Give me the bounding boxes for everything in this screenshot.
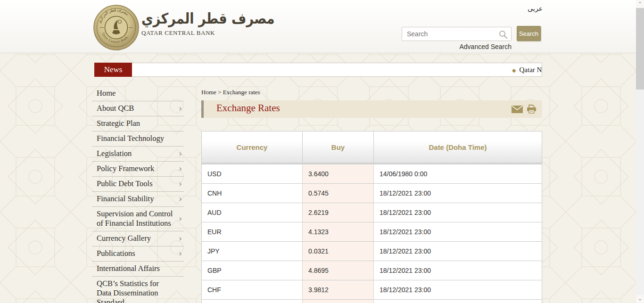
sidebar-item-label: International Affairs xyxy=(97,264,160,273)
breadcrumb: Home > Exchange rates xyxy=(201,89,260,96)
table-row-gbp: GBP4.869518/12/2021 23:00 xyxy=(202,261,542,280)
chevron-right-icon: › xyxy=(179,234,182,243)
sidebar-item-international-affairs[interactable]: International Affairs xyxy=(92,262,184,277)
print-icon[interactable] xyxy=(527,105,537,114)
cell-date: 18/12/2021 23:00 xyxy=(373,280,542,299)
sidebar-item-public-debt-tools[interactable]: Public Debt Tools› xyxy=(92,177,184,192)
chevron-right-icon: › xyxy=(179,194,182,204)
sidebar-item-financial-technology[interactable]: Financial Technology xyxy=(92,131,184,147)
sidebar-item-strategic-plan[interactable]: Strategic Plan xyxy=(92,116,184,131)
sidebar-item-publications[interactable]: Publications› xyxy=(92,246,184,262)
column-header-currency: Currency xyxy=(202,131,302,163)
qcb-logo[interactable]: مصرف قطر المركزي Qatar Central Bank مصرف… xyxy=(93,4,206,52)
table-body: USD3.640014/06/1980 0:00CNH0.574518/12/2… xyxy=(202,164,542,303)
chevron-right-icon: › xyxy=(179,104,182,113)
sidebar-item-legislation[interactable]: Legislation› xyxy=(92,147,184,162)
diamond-bullet-icon: ◆ xyxy=(512,67,516,73)
table-row-usd: USD3.640014/06/1980 0:00 xyxy=(202,164,542,184)
sidebar-item-label: Financial Stability xyxy=(97,194,154,203)
sidebar-item-label: Home xyxy=(97,89,116,98)
breadcrumb-home-link[interactable]: Home xyxy=(201,89,216,96)
cell-date: 18/12/2021 23:00 xyxy=(373,261,542,280)
column-header-date: Date (Doha Time) xyxy=(373,131,542,163)
logo-bank-name: QATAR CENTRAL BANK xyxy=(141,29,207,37)
browser-viewport: ⌃ ⌄ xyxy=(0,0,644,303)
logo-wordmark: مصرف قطر المركزي QATAR CENTRAL BANK xyxy=(141,11,207,37)
page-title: Exchange Rates xyxy=(216,102,280,114)
cell-partial xyxy=(202,300,302,303)
scrollbar-down-arrow-icon[interactable]: ⌄ xyxy=(636,295,644,303)
table-row-eur: EUR4.132318/12/2021 23:00 xyxy=(202,222,542,242)
cell-currency: EUR xyxy=(202,222,302,241)
sidebar-item-label: Public Debt Tools xyxy=(97,179,153,188)
sidebar-item-about-qcb[interactable]: About QCB› xyxy=(92,101,184,116)
sidebar-item-label: Strategic Plan xyxy=(97,119,140,128)
chevron-right-icon: › xyxy=(179,249,182,258)
cell-buy: 3.9812 xyxy=(302,280,373,299)
cell-buy: 4.1323 xyxy=(302,222,373,241)
exchange-rates-table: Currency Buy Date (Doha Time) USD3.64001… xyxy=(201,131,542,303)
advanced-search-link[interactable]: Advanced Search xyxy=(459,43,512,50)
chevron-right-icon: › xyxy=(179,179,182,188)
sidebar-item-qcb-s-statistics-for-data-dissemination-standard[interactable]: QCB’s Statistics for Data Dissemination … xyxy=(92,277,184,303)
breadcrumb-separator: > xyxy=(216,89,223,96)
sidebar-item-label: About QCB xyxy=(97,104,134,113)
column-header-buy: Buy xyxy=(302,131,373,163)
email-icon[interactable] xyxy=(512,106,523,113)
cell-buy: 3.6400 xyxy=(302,164,373,183)
cell-currency: GBP xyxy=(202,261,302,280)
scrollbar-thumb[interactable] xyxy=(636,8,644,90)
sidebar-item-label: Financial Technology xyxy=(97,134,164,143)
table-row-chf: CHF3.981218/12/2021 23:00 xyxy=(202,280,542,300)
sidebar-item-currency-gallery[interactable]: Currency Gallery› xyxy=(92,231,184,246)
site-header: مصرف قطر المركزي Qatar Central Bank مصرف… xyxy=(0,0,636,53)
sidebar-item-label: Currency Gallery xyxy=(97,234,151,243)
cell-currency: CHF xyxy=(202,280,302,299)
chevron-right-icon: › xyxy=(179,214,182,223)
qcb-coin-seal-icon: مصرف قطر المركزي Qatar Central Bank xyxy=(93,5,139,50)
cell-buy: 4.8695 xyxy=(302,261,373,280)
search-input[interactable] xyxy=(402,27,512,41)
sidebar-item-financial-stability[interactable]: Financial Stability› xyxy=(92,192,184,207)
news-ticker-item[interactable]: ◆Qatar N xyxy=(512,63,542,76)
cell-currency: USD xyxy=(202,164,302,183)
news-ticker-text: Qatar N xyxy=(519,66,542,74)
cell-buy: 0.5745 xyxy=(302,184,373,203)
sidebar-item-label: Legislation xyxy=(97,149,132,158)
sidebar-item-policy-framework[interactable]: Policy Framework› xyxy=(92,162,184,177)
cell-buy: 2.6219 xyxy=(302,203,373,222)
cell-date: 18/12/2021 23:00 xyxy=(373,222,542,241)
sidebar-item-home[interactable]: Home xyxy=(92,86,184,101)
logo-arabic-calligraphy: مصرف قطر المركزي xyxy=(141,10,207,28)
news-label: News xyxy=(94,63,132,77)
search-button[interactable]: Search xyxy=(517,26,541,41)
cell-date: 18/12/2021 23:00 xyxy=(373,203,542,222)
sidebar-item-label: Publications xyxy=(97,249,135,258)
title-actions xyxy=(512,105,537,114)
sidebar-item-supervision-and-control-of-financial-institutions[interactable]: Supervision and Control of Financial Ins… xyxy=(92,207,184,231)
news-ticker: ◆Qatar N xyxy=(132,63,542,77)
cell-currency: AUD xyxy=(202,203,302,222)
cell-date: 14/06/1980 0:00 xyxy=(373,164,542,183)
table-header-row: Currency Buy Date (Doha Time) xyxy=(202,131,542,164)
cell-currency: JPY xyxy=(202,242,302,261)
arabic-language-link[interactable]: عربى xyxy=(528,5,543,12)
qcb-website-page: مصرف قطر المركزي Qatar Central Bank مصرف… xyxy=(0,0,636,303)
page-title-bar: Exchange Rates xyxy=(201,100,542,118)
sidebar-nav: HomeAbout QCB›Strategic PlanFinancial Te… xyxy=(92,86,184,303)
cell-date: 18/12/2021 23:00 xyxy=(373,242,542,261)
sidebar-item-label: Policy Framework xyxy=(97,164,154,173)
table-row-aud: AUD2.621918/12/2021 23:00 xyxy=(202,203,542,222)
sidebar-item-label: QCB’s Statistics for Data Dissemination … xyxy=(97,279,159,303)
breadcrumb-current: Exchange rates xyxy=(223,89,260,96)
table-row-partial xyxy=(202,300,542,303)
news-bar: News ◆Qatar N xyxy=(0,63,636,77)
browser-scrollbar[interactable]: ⌃ ⌄ xyxy=(636,0,644,303)
cell-currency: CNH xyxy=(202,184,302,203)
table-row-jpy: JPY0.032118/12/2021 23:00 xyxy=(202,242,542,261)
table-row-cnh: CNH0.574518/12/2021 23:00 xyxy=(202,184,542,203)
chevron-right-icon: › xyxy=(179,149,182,158)
search-icon xyxy=(498,30,508,39)
scrollbar-up-arrow-icon[interactable]: ⌃ xyxy=(636,0,644,8)
sidebar-item-label: Supervision and Control of Financial Ins… xyxy=(97,209,173,228)
